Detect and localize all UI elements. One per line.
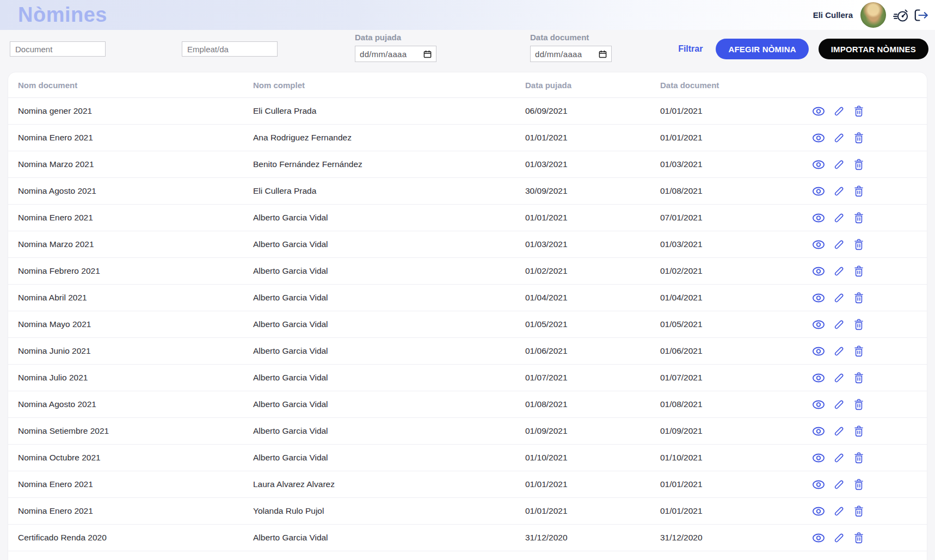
date-uploaded-label: Data pujada (355, 33, 436, 42)
trash-icon[interactable] (852, 344, 866, 358)
table-row: Nomina Agosto 2021 Alberto Garcia Vidal … (8, 391, 927, 418)
pencil-icon[interactable] (832, 237, 846, 251)
employee-filter-input[interactable] (182, 41, 278, 57)
logout-icon[interactable] (912, 7, 930, 24)
trash-icon[interactable] (852, 531, 866, 545)
eye-icon[interactable] (811, 451, 826, 465)
trash-icon[interactable] (852, 211, 866, 225)
cell-date-uploaded: 30/09/2021 (525, 186, 660, 196)
cell-full-name: Alberto Garcia Vidal (253, 399, 525, 409)
cell-date-uploaded: 01/07/2021 (525, 373, 660, 383)
cell-date-document: 01/06/2021 (660, 346, 796, 356)
eye-icon[interactable] (811, 397, 826, 411)
eye-icon[interactable] (811, 317, 826, 331)
cell-date-uploaded: 01/05/2021 (525, 319, 660, 329)
date-document-input[interactable]: dd/mm/aaaa (530, 46, 612, 62)
pencil-icon[interactable] (832, 104, 846, 118)
cell-full-name: Laura Alvarez Alvarez (253, 479, 525, 489)
pencil-icon[interactable] (832, 157, 846, 171)
trash-icon[interactable] (852, 371, 866, 385)
eye-icon[interactable] (811, 531, 826, 545)
date-uploaded-input[interactable]: dd/mm/aaaa (355, 46, 436, 62)
trash-icon[interactable] (852, 504, 866, 518)
eye-icon[interactable] (811, 344, 826, 358)
pencil-icon[interactable] (832, 291, 846, 305)
trash-icon[interactable] (852, 477, 866, 491)
eye-icon[interactable] (811, 157, 826, 171)
eye-icon[interactable] (811, 371, 826, 385)
eye-icon[interactable] (811, 104, 826, 118)
page-title: Nòmines (18, 3, 107, 27)
pencil-icon[interactable] (832, 424, 846, 438)
stopwatch-icon[interactable] (893, 7, 910, 24)
cell-full-name: Ana Rodriguez Fernandez (253, 133, 525, 143)
pencil-icon[interactable] (832, 317, 846, 331)
trash-icon[interactable] (852, 157, 866, 171)
cell-date-document: 01/01/2021 (660, 106, 796, 116)
user-area: Eli Cullera (813, 2, 935, 28)
cell-date-document: 01/04/2021 (660, 293, 796, 303)
trash-icon[interactable] (852, 264, 866, 278)
document-filter-input[interactable] (10, 41, 106, 57)
eye-icon[interactable] (811, 424, 826, 438)
eye-icon[interactable] (811, 211, 826, 225)
trash-icon[interactable] (852, 397, 866, 411)
row-actions (796, 211, 927, 225)
cell-date-uploaded: 01/01/2021 (525, 479, 660, 489)
eye-icon[interactable] (811, 184, 826, 198)
calendar-icon[interactable] (599, 50, 607, 58)
add-payroll-button[interactable]: AFEGIR NÒMINA (716, 39, 808, 59)
eye-icon[interactable] (811, 504, 826, 518)
pencil-icon[interactable] (832, 344, 846, 358)
cell-document-name: Nomina Abril 2021 (18, 293, 253, 303)
cell-date-uploaded: 01/04/2021 (525, 293, 660, 303)
pencil-icon[interactable] (832, 451, 846, 465)
pencil-icon[interactable] (832, 504, 846, 518)
cell-document-name: Nomina Agosto 2021 (18, 186, 253, 196)
eye-icon[interactable] (811, 291, 826, 305)
pencil-icon[interactable] (832, 371, 846, 385)
table-row: Nomina Abril 2021 Alberto Garcia Vidal 0… (8, 285, 927, 311)
cell-document-name: Nomina Setiembre 2021 (18, 426, 253, 436)
pencil-icon[interactable] (832, 397, 846, 411)
trash-icon[interactable] (852, 424, 866, 438)
trash-icon[interactable] (852, 317, 866, 331)
cell-date-uploaded: 01/06/2021 (525, 346, 660, 356)
filter-link[interactable]: Filtrar (678, 44, 703, 54)
table-row: Nomina Setiembre 2021 Alberto Garcia Vid… (8, 418, 927, 445)
pencil-icon[interactable] (832, 211, 846, 225)
import-payrolls-button[interactable]: IMPORTAR NÒMINES (819, 39, 928, 59)
trash-icon[interactable] (852, 451, 866, 465)
column-header-fullname[interactable]: Nom complet (253, 81, 525, 90)
cell-date-uploaded: 31/12/2020 (525, 533, 660, 543)
pencil-icon[interactable] (832, 477, 846, 491)
cell-document-name: Nomina Enero 2021 (18, 133, 253, 143)
row-actions (796, 371, 927, 385)
eye-icon[interactable] (811, 131, 826, 145)
cell-date-uploaded: 01/08/2021 (525, 399, 660, 409)
trash-icon[interactable] (852, 291, 866, 305)
eye-icon[interactable] (811, 264, 826, 278)
column-header-date-uploaded[interactable]: Data pujada (525, 81, 660, 90)
calendar-icon[interactable] (423, 50, 432, 58)
cell-date-document: 01/08/2021 (660, 186, 796, 196)
pencil-icon[interactable] (832, 264, 846, 278)
row-actions (796, 264, 927, 278)
eye-icon[interactable] (811, 477, 826, 491)
trash-icon[interactable] (852, 131, 866, 145)
cell-date-uploaded: 01/02/2021 (525, 266, 660, 276)
cell-date-document: 01/10/2021 (660, 453, 796, 463)
cell-date-uploaded: 01/01/2021 (525, 133, 660, 143)
row-actions (796, 344, 927, 358)
trash-icon[interactable] (852, 104, 866, 118)
pencil-icon[interactable] (832, 184, 846, 198)
trash-icon[interactable] (852, 184, 866, 198)
row-actions (796, 104, 927, 118)
avatar[interactable] (860, 2, 886, 28)
trash-icon[interactable] (852, 237, 866, 251)
eye-icon[interactable] (811, 237, 826, 251)
column-header-document[interactable]: Nom document (18, 81, 253, 90)
column-header-date-document[interactable]: Data document (660, 81, 796, 90)
pencil-icon[interactable] (832, 531, 846, 545)
pencil-icon[interactable] (832, 131, 846, 145)
